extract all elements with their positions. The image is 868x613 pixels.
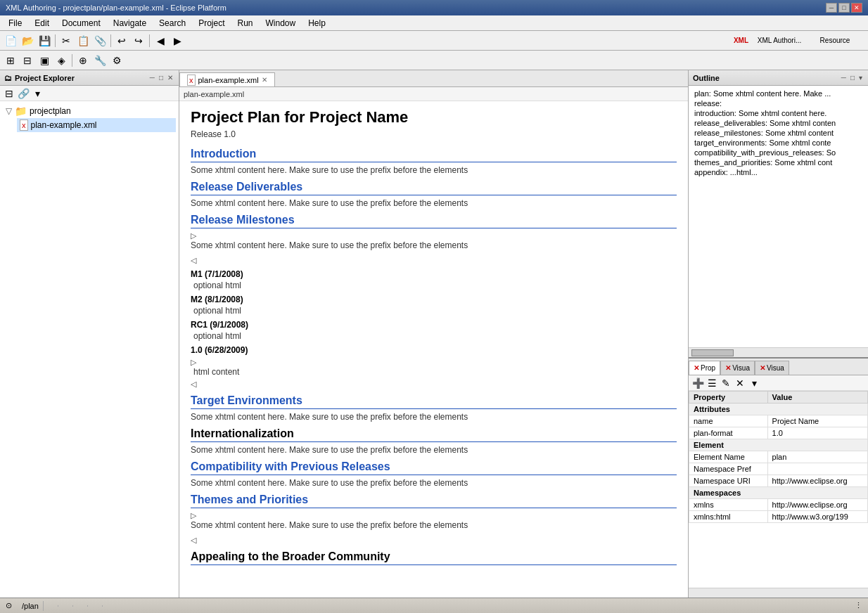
toolbar-2: ⊞ ⊟ ▣ ◈ ⊕ 🔧 ⚙ xyxy=(0,51,868,70)
visual-tab-2-btn[interactable]: ✕ Visua xyxy=(755,361,789,375)
copy-button[interactable]: 📋 xyxy=(75,33,91,49)
prop-name-key: name xyxy=(689,415,768,427)
outline-item-5[interactable]: target_environments: Some xhtml conte xyxy=(691,138,865,148)
resource-button[interactable]: Resource xyxy=(810,33,860,49)
prop-del-btn[interactable]: ✕ xyxy=(734,377,746,389)
project-explorer-header: 🗂 Project Explorer ─ □ ✕ xyxy=(0,70,179,86)
editor-tab-main[interactable]: x plan-example.xml ✕ xyxy=(179,72,275,86)
editor-content[interactable]: Project Plan for Project Name Release 1.… xyxy=(179,101,688,598)
outline-scrollbar[interactable] xyxy=(689,347,868,357)
paste-button[interactable]: 📎 xyxy=(92,33,108,49)
main-area: 🗂 Project Explorer ─ □ ✕ ⊟ 🔗 ▾ ▽ 📁 proje… xyxy=(0,70,868,598)
cut-button[interactable]: ✂ xyxy=(58,33,74,49)
close-button[interactable]: ✕ xyxy=(851,3,862,13)
prop-scrollbar[interactable] xyxy=(689,588,868,598)
maximize-button[interactable]: □ xyxy=(838,3,850,13)
milestone-m2-note: optional html xyxy=(193,306,677,316)
col-value: Value xyxy=(767,392,867,404)
prop-row-xmlns[interactable]: xmlns http://www.eclipse.org xyxy=(689,499,868,511)
outline-item-3[interactable]: release_deliverables: Some xhtml conten xyxy=(691,118,865,128)
close-panel-btn[interactable]: ✕ xyxy=(166,73,174,82)
prop-row-nsuri[interactable]: Namespace URI http://www.eclipse.org xyxy=(689,475,868,487)
attr-section-row: Attributes xyxy=(689,404,868,415)
prop-menu-btn[interactable]: ▾ xyxy=(748,377,760,389)
outline-item-1[interactable]: release: xyxy=(691,98,865,108)
menu-navigate[interactable]: Navigate xyxy=(108,17,152,30)
undo-button[interactable]: ↩ xyxy=(114,33,129,49)
properties-panel: ✕ Prop ✕ Visua ✕ Visua ➕ ☰ ✎ ✕ ▾ xyxy=(689,359,868,598)
minimize-button[interactable]: ─ xyxy=(826,3,837,13)
explorer-toolbar: ⊟ 🔗 ▾ xyxy=(0,86,179,101)
redo-button[interactable]: ↪ xyxy=(131,33,146,49)
visual-tab-1-btn[interactable]: ✕ Visua xyxy=(720,361,755,375)
menu-project[interactable]: Project xyxy=(193,17,230,30)
themes-arrow-close: ◁ xyxy=(191,536,677,545)
new-button[interactable]: 📄 xyxy=(3,33,18,49)
prop-row-name[interactable]: name Project Name xyxy=(689,415,868,427)
outline-item-0[interactable]: plan: Some xhtml content here. Make ... xyxy=(691,89,865,98)
prop-row-format[interactable]: plan-format 1.0 xyxy=(689,427,868,439)
menu-edit[interactable]: Edit xyxy=(29,17,55,30)
prop-row-nsprefix[interactable]: Namespace Pref xyxy=(689,463,868,475)
section-deliverables-content: Some xhtml content here. Make sure to us… xyxy=(191,198,677,208)
outline-menu-btn[interactable]: ▾ xyxy=(857,73,864,82)
project-explorer-title: 🗂 Project Explorer xyxy=(4,74,75,82)
prop-add-btn[interactable]: ➕ xyxy=(691,377,704,389)
menu-search[interactable]: Search xyxy=(153,17,191,30)
status-section5 xyxy=(94,605,103,607)
menu-window[interactable]: Window xyxy=(260,17,302,30)
outline-item-6[interactable]: compatibility_with_previous_releases: So xyxy=(691,148,865,157)
tree-item-projectplan[interactable]: ▽ 📁 projectplan xyxy=(3,104,176,118)
outline-minimize-btn[interactable]: ─ xyxy=(840,73,848,82)
section-compat-content: Some xhtml content here. Make sure to us… xyxy=(191,478,677,488)
prop-nsprefix-key: Namespace Pref xyxy=(689,463,768,475)
menu-file[interactable]: File xyxy=(3,17,27,30)
prop-list-btn[interactable]: ☰ xyxy=(706,377,718,389)
prop-tab-btn[interactable]: ✕ Prop xyxy=(689,361,720,375)
toolbar2-btn3[interactable]: ▣ xyxy=(37,53,52,68)
section-themes-content: Some xhtml content here. Make sure to us… xyxy=(191,520,677,530)
milestone-arrow-close: ◁ xyxy=(191,256,677,265)
section-introduction: Introduction xyxy=(191,148,677,162)
tree-item-xmlfile[interactable]: x plan-example.xml xyxy=(17,118,176,132)
save-button[interactable]: 💾 xyxy=(37,33,52,49)
prop-format-val: 1.0 xyxy=(767,427,867,439)
xml-authoring-button[interactable]: XML Authori... xyxy=(751,33,808,49)
explorer-menu-btn[interactable]: ▾ xyxy=(31,87,44,100)
themes-arrow-open: ▷ xyxy=(191,511,677,520)
open-button[interactable]: 📂 xyxy=(20,33,35,49)
outline-item-2[interactable]: introduction: Some xhtml content here. xyxy=(691,108,865,118)
separator-2 xyxy=(110,34,111,47)
section-target-content: Some xhtml content here. Make sure to us… xyxy=(191,412,677,422)
back-button[interactable]: ◀ xyxy=(153,33,168,49)
toolbar2-btn1[interactable]: ⊞ xyxy=(3,53,18,68)
link-btn[interactable]: 🔗 xyxy=(17,87,30,100)
menu-document[interactable]: Document xyxy=(56,17,106,30)
tab-close-btn[interactable]: ✕ xyxy=(262,76,267,84)
toolbar2-btn4[interactable]: ◈ xyxy=(53,53,69,68)
outline-item-4[interactable]: release_milestones: Some xhtml content xyxy=(691,128,865,138)
menu-run[interactable]: Run xyxy=(232,17,259,30)
minimize-panel-btn[interactable]: ─ xyxy=(148,73,156,82)
toolbar2-btn7[interactable]: ⚙ xyxy=(109,53,125,68)
prop-row-xmlnshtml[interactable]: xmlns:html http://www.w3.org/199 xyxy=(689,511,868,523)
toolbar2-btn2[interactable]: ⊟ xyxy=(20,53,35,68)
outline-maximize-btn[interactable]: □ xyxy=(849,73,856,82)
prop-row-elemname[interactable]: Element Name plan xyxy=(689,451,868,463)
section-milestones: Release Milestones xyxy=(191,214,677,228)
maximize-panel-btn[interactable]: □ xyxy=(158,73,165,82)
toolbar2-btn5[interactable]: ⊕ xyxy=(75,53,91,68)
prop-elemname-key: Element Name xyxy=(689,451,768,463)
editor-panel: x plan-example.xml ✕ plan-example.xml Pr… xyxy=(179,70,689,598)
outline-item-7[interactable]: themes_and_priorities: Some xhtml cont xyxy=(691,157,865,167)
menu-bar: File Edit Document Navigate Search Proje… xyxy=(0,15,868,31)
prop-edit-btn[interactable]: ✎ xyxy=(720,377,732,389)
forward-button[interactable]: ▶ xyxy=(170,33,185,49)
toolbar-1: 📄 📂 💾 ✂ 📋 📎 ↩ ↪ ◀ ▶ XML XML Authori... R… xyxy=(0,31,868,51)
menu-help[interactable]: Help xyxy=(302,17,331,30)
prop-nsuri-key: Namespace URI xyxy=(689,475,768,487)
milestone-rc1-note: optional html xyxy=(193,331,677,341)
toolbar2-btn6[interactable]: 🔧 xyxy=(92,53,108,68)
collapse-all-btn[interactable]: ⊟ xyxy=(3,87,15,100)
outline-item-8[interactable]: appendix: ...html... xyxy=(691,167,865,177)
